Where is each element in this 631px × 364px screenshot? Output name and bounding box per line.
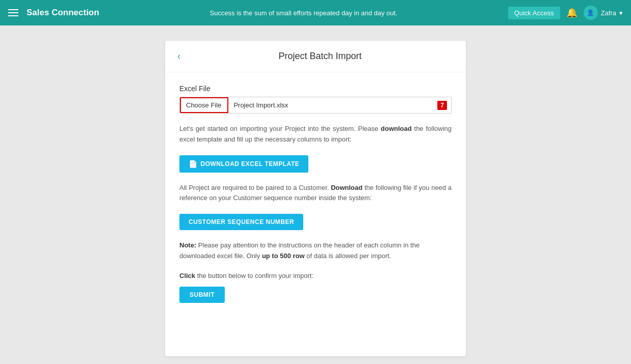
card-body: Excel File Choose File Project Import.xl… bbox=[165, 72, 466, 315]
card-header: ‹ Project Batch Import bbox=[165, 41, 466, 72]
quick-access-button[interactable]: Quick Access bbox=[508, 7, 560, 19]
field-label: Excel File bbox=[179, 85, 452, 93]
note-label: Note: bbox=[179, 241, 196, 249]
file-name-display: Project Import.xlsx bbox=[228, 97, 437, 113]
description-2: All Project are required to be paired to… bbox=[179, 183, 452, 204]
download-excel-button[interactable]: 📄 DOWNLOAD EXCEL TEMPLATE bbox=[179, 155, 308, 173]
click-bold: Click bbox=[179, 272, 195, 279]
row-limit: up to 500 row bbox=[262, 252, 305, 260]
download-icon: 📄 bbox=[189, 160, 198, 168]
file-input-row: Choose File Project Import.xlsx 7 bbox=[179, 97, 452, 114]
chevron-down-icon: ▾ bbox=[619, 9, 623, 17]
navbar-motto: Success is the sum of small efforts repe… bbox=[108, 9, 500, 17]
bell-icon[interactable]: 🔔 bbox=[566, 7, 577, 18]
download-bold-2: Download bbox=[331, 184, 362, 191]
avatar: 👤 bbox=[584, 6, 598, 20]
page-title: Project Batch Import bbox=[187, 51, 454, 62]
choose-file-button[interactable]: Choose File bbox=[180, 97, 228, 113]
user-name: Zafra bbox=[601, 9, 616, 17]
description-1: Let's get started on importing your Proj… bbox=[179, 124, 452, 145]
submit-button[interactable]: SUBMIT bbox=[179, 287, 225, 303]
customer-sequence-button[interactable]: CUSTOMER SEQUENCE NUMBER bbox=[179, 214, 303, 230]
brand-name: Sales Connection bbox=[27, 8, 99, 18]
navbar-right: Quick Access 🔔 👤 Zafra ▾ bbox=[508, 6, 623, 20]
user-menu[interactable]: 👤 Zafra ▾ bbox=[584, 6, 623, 20]
back-button[interactable]: ‹ bbox=[177, 51, 180, 62]
click-text: Click the button below to confirm your i… bbox=[179, 272, 452, 279]
note-text: Note: Please pay attention to the instru… bbox=[179, 240, 452, 262]
file-badge: 7 bbox=[437, 101, 447, 110]
import-card: ‹ Project Batch Import Excel File Choose… bbox=[165, 41, 466, 356]
navbar: Sales Connection Success is the sum of s… bbox=[0, 0, 631, 25]
customer-btn-label: CUSTOMER SEQUENCE NUMBER bbox=[189, 218, 294, 226]
main-content: ‹ Project Batch Import Excel File Choose… bbox=[0, 25, 631, 364]
download-btn-label: DOWNLOAD EXCEL TEMPLATE bbox=[201, 160, 300, 167]
hamburger-menu[interactable] bbox=[8, 9, 18, 16]
download-bold: download bbox=[381, 125, 412, 132]
